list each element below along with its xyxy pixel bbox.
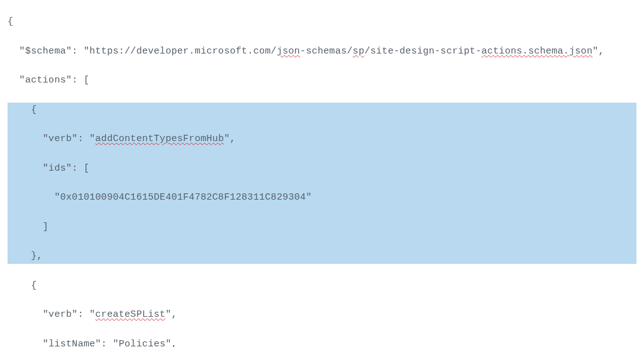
code-line: { (8, 14, 636, 29)
highlighted-region[interactable]: { "verb": "addContentTypesFromHub", "ids… (8, 103, 636, 264)
json-string: "addContentTypesFromHub" (89, 134, 230, 144)
code-line: "listName": "Policies", (8, 337, 636, 347)
code-line: }, (8, 249, 636, 263)
code-line: ] (8, 220, 636, 234)
code-line: "ids": [ (8, 161, 636, 176)
code-line: "actions": [ (8, 73, 636, 88)
json-string: "https://developer.microsoft.com/json-sc… (84, 46, 599, 57)
json-key: "listName" (43, 339, 101, 347)
json-key: "ids" (43, 163, 72, 174)
json-string: "0x010100904C1615DE401F4782C8F128311C829… (54, 192, 311, 203)
json-string: "createSPList" (89, 309, 171, 320)
code-line: { (8, 278, 636, 293)
json-string: "Policies" (113, 339, 171, 347)
json-key: "verb" (43, 309, 78, 320)
json-key: "$schema" (19, 46, 72, 57)
json-code-block: { "$schema": "https://developer.microsof… (0, 0, 644, 347)
code-line: "0x010100904C1615DE401F4782C8F128311C829… (8, 190, 636, 205)
code-line: "$schema": "https://developer.microsoft.… (8, 44, 636, 59)
json-key: "verb" (43, 134, 78, 144)
code-line: "verb": "addContentTypesFromHub", (8, 132, 636, 146)
code-line: "verb": "createSPList", (8, 307, 636, 322)
json-key: "actions" (19, 75, 72, 86)
code-line: { (8, 103, 636, 117)
